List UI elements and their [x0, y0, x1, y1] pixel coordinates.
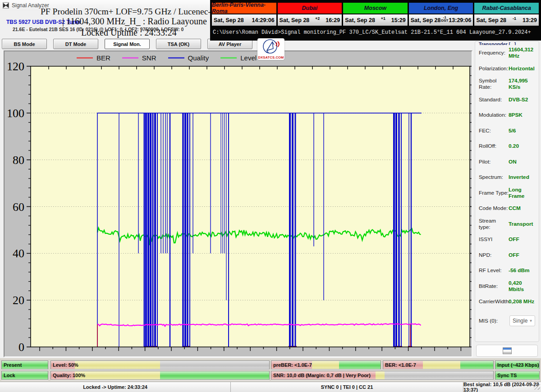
legend-label: Level	[240, 54, 257, 62]
app-logo-icon	[3, 2, 9, 9]
transponder-list-button[interactable]	[476, 345, 538, 357]
clock-date: Sat, Sep 28	[345, 17, 375, 23]
param-spectrum-: Spectrum:Inverted	[475, 169, 539, 185]
tab-dt-mode[interactable]: DT Mode	[53, 39, 98, 49]
status-uptime: Locked -> Uptime: 24:33:24	[0, 382, 231, 392]
param-value: Horizontal	[509, 65, 535, 72]
indicator-label: Level: 50%	[53, 362, 78, 368]
param-label: Modulation:	[479, 112, 509, 118]
mis-label: MIS (0):	[479, 318, 509, 324]
legend-snr: SNR	[122, 54, 156, 62]
clock-city-label: Dubai	[278, 3, 342, 14]
param-label: NPD:	[479, 252, 509, 258]
svg-text:40: 40	[13, 247, 24, 260]
legend-level: Level	[220, 54, 257, 62]
clock-time: 14:29:06	[252, 17, 275, 23]
param-label: Spectrum:	[479, 174, 509, 180]
list-icon	[503, 347, 512, 354]
legend-label: BER	[96, 54, 110, 62]
clock-rabat-casablanca: Rabat-CasablancaSat, Sep 28-113:29	[474, 2, 539, 27]
indicator-ber: BER: <1.0E-7	[383, 360, 494, 369]
dxsatcs-logo: DXSATCS.COM	[257, 38, 284, 60]
chevron-down-icon: ▾	[530, 318, 532, 323]
indicator-input: Input (~423 Kbps)	[495, 360, 540, 369]
mis-dropdown[interactable]: Single ▾	[509, 315, 535, 326]
indicator-label: Present	[4, 362, 22, 368]
param-value: 5/6	[509, 128, 516, 134]
param-label: BitRate:	[479, 283, 509, 289]
param-code-mode-: Code Mode:CCM	[475, 201, 539, 216]
param-value: -56 dBm	[509, 267, 530, 273]
param-npd-: NPD:OFF	[475, 247, 539, 263]
param-value: 8PSK	[509, 112, 523, 118]
param-rolloff-: RollOff:0.20	[475, 138, 539, 154]
terminal-overlay: Berlin-Paris-Vienna-RomaSat, Sep 2814:29…	[210, 0, 541, 41]
indicator-label: preBER: <1.0E-7	[273, 362, 312, 368]
clock-london-eng: London, EngSat, Sep 28-1DST13:29:06	[408, 2, 474, 27]
param-label: Stream type:	[479, 218, 509, 230]
param-modulation-: Modulation:8PSK	[475, 107, 539, 123]
param-value: 11604,312 MHz	[509, 46, 535, 59]
param-value: 0,208 MHz	[509, 298, 534, 305]
indicator-label: BER: <1.0E-7	[385, 362, 416, 368]
clock-utc-offset: +2	[309, 16, 326, 21]
tab-tsa-ok-[interactable]: TSA (OK)	[156, 39, 201, 49]
indicator-present: Present	[1, 360, 48, 369]
logo-caption: DXSATCS.COM	[257, 55, 284, 59]
indicator-preber: preBER: <1.0E-7	[271, 360, 381, 369]
param-value: 0,420 Mbit/s	[509, 280, 535, 292]
legend-swatch	[122, 57, 138, 59]
clock-utc-offset: -1DST	[440, 15, 449, 22]
param-carrierwidth-: CarrierWidth:0,208 MHz	[475, 294, 539, 310]
status-bar: Locked -> Uptime: 24:33:24 SYNC 0 | TEI …	[0, 382, 541, 392]
clock-time: 16:29	[326, 17, 340, 23]
resize-grip[interactable]	[534, 383, 540, 390]
mis-value: Single	[513, 318, 527, 324]
indicator-lock: Lock	[1, 371, 48, 380]
status-best-signal: Best signal: 10,5 dB (2024-09-28 13:37)	[463, 382, 541, 392]
terminal-command-line: C:\Users\Roman Dávid>Signal monitoring_P…	[213, 29, 539, 36]
param-label: Frame Type:	[479, 190, 509, 196]
clock-time: 13:29:06	[449, 17, 471, 23]
world-clocks: Berlin-Paris-Vienna-RomaSat, Sep 2814:29…	[211, 2, 540, 27]
param-issyi: ISSYIOFF	[475, 232, 539, 247]
clock-date: Sat, Sep 28	[280, 17, 310, 23]
param-value: Inverted	[509, 174, 529, 180]
clock-utc-offset: +1	[375, 16, 391, 21]
clock-berlin-paris-vienna-roma: Berlin-Paris-Vienna-RomaSat, Sep 2814:29…	[211, 2, 277, 27]
svg-text:60: 60	[13, 201, 24, 214]
param-value: ON	[509, 159, 517, 165]
tab-bs-mode[interactable]: BS Mode	[2, 39, 47, 49]
indicator-label: Quality: 100%	[53, 373, 85, 378]
param-value: Transport	[509, 221, 533, 227]
clock-date: Sat, Sep 28	[214, 17, 244, 23]
signal-chart-panel: BERSNRQualityLevel 020406080100120	[4, 50, 472, 357]
param-label: Code Mode:	[479, 205, 509, 211]
mis-row: MIS (0): Single ▾	[475, 313, 539, 329]
clock-date: Sat, Sep 28	[476, 17, 506, 23]
param-value: 0.20	[509, 143, 519, 149]
clock-utc-offset: -1	[506, 16, 523, 21]
header-frequency-title: | 11604,300 MHz_H_ : Radio Laayoune	[62, 16, 207, 27]
svg-text:120: 120	[7, 60, 24, 73]
indicator-level: Level: 50%	[50, 360, 270, 369]
status-indicators-area: PresentLevel: 50%preBER: <1.0E-7BER: <1.…	[0, 358, 541, 382]
clock-dubai: DubaiSat, Sep 28+216:29	[277, 2, 343, 27]
param-value: CCM	[509, 205, 521, 211]
param-rf-level-: RF Level:-56 dBm	[475, 263, 539, 278]
satellite-dish-icon	[261, 38, 281, 55]
signal-chart: 020406080100120	[5, 51, 472, 356]
param-label: Symbol Rate:	[479, 77, 509, 90]
legend-swatch	[168, 57, 184, 59]
param-polarization-: Polarization:Horizontal	[475, 61, 539, 77]
param-fec-: FEC:5/6	[475, 123, 539, 139]
svg-text:100: 100	[7, 107, 24, 120]
param-label: Frequency:	[479, 50, 509, 56]
signal-analyzer-window: Signal Analyzer PF Prodelin 370cm+ LOF=9…	[0, 0, 541, 392]
param-symbol-rate-: Symbol Rate:174,995 KS/s	[475, 76, 539, 92]
param-label: Standard:	[479, 96, 509, 103]
clock-date: Sat, Sep 28	[411, 17, 441, 23]
clock-city-label: London, Eng	[409, 3, 473, 14]
svg-text:80: 80	[13, 154, 24, 167]
tab-signal-mon-[interactable]: Signal Mon.	[105, 39, 150, 49]
